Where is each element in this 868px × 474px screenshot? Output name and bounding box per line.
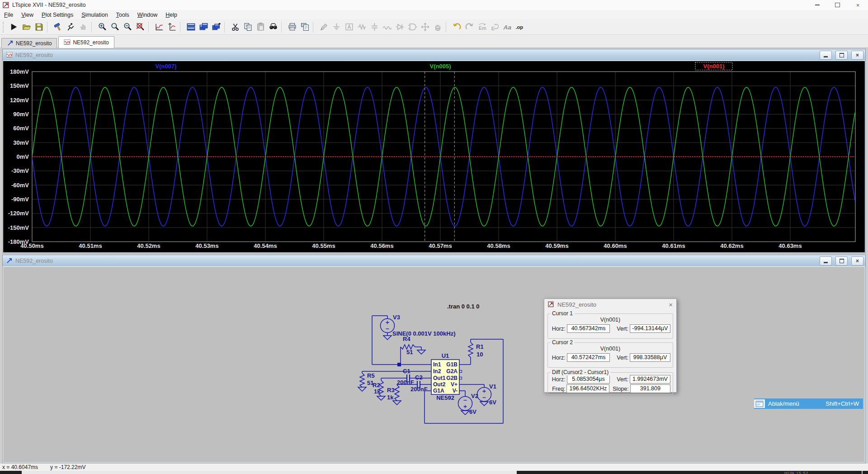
resistor-symbol[interactable] — [360, 373, 364, 387]
cascade-windows-button[interactable] — [197, 21, 210, 33]
zoom-full-button[interactable] — [134, 21, 146, 33]
ground-symbol[interactable] — [480, 402, 488, 406]
tab-schematic-file[interactable]: NE592_erosito — [1, 38, 57, 48]
text-button[interactable]: Aa — [501, 21, 514, 33]
tab-waveform-file[interactable]: NE592_erosito — [58, 36, 114, 48]
waveform-plot-area[interactable]: 40.50ms40.51ms40.52ms40.53ms40.54ms40.55… — [3, 61, 865, 252]
capacitor-button — [368, 21, 381, 33]
resistor-symbol[interactable] — [468, 342, 473, 357]
schematic-canvas[interactable]: In1In2Out1Out2G1AG1BG2AG2BV+V-.tran 0 0.… — [3, 267, 865, 462]
pin-terminal — [460, 377, 462, 379]
cursor1-horz-value[interactable]: 40.567342ms — [567, 324, 610, 333]
schematic-label[interactable]: .tran 0 0.1 0 — [447, 303, 480, 310]
plot-settings-button[interactable] — [165, 21, 178, 33]
waveform-window-restore-button[interactable] — [835, 51, 848, 60]
schematic-label[interactable]: V1 — [489, 383, 496, 390]
cursor-dialog-title-bar[interactable]: NE592_erosito × — [544, 299, 676, 310]
diff-vert-value[interactable]: 1.9924673mV — [630, 375, 670, 384]
open-button[interactable] — [20, 21, 33, 33]
menu-window[interactable]: Window — [133, 11, 161, 19]
trace-label-V(n005)[interactable]: V(n005) — [430, 63, 451, 70]
schematic-label[interactable]: R4 — [403, 336, 410, 342]
y-axis-tick-label: -30mV — [11, 167, 29, 174]
schematic-label[interactable]: 200nF — [410, 386, 428, 393]
ground-symbol[interactable] — [383, 336, 392, 340]
overlay-menu-item-window-menu[interactable]: Ablak/menü Shift+Ctrl+W — [754, 398, 863, 409]
diff-horz-value[interactable]: 5.0853054µs — [567, 375, 610, 384]
ground-symbol[interactable] — [417, 350, 425, 354]
autorange-button[interactable] — [153, 21, 165, 33]
schematic-canvas-svg[interactable]: In1In2Out1Out2G1AG1BG2AG2BV+V-.tran 0 0.… — [3, 267, 866, 463]
schematic-label[interactable]: C1 — [403, 368, 410, 374]
app-restore-button[interactable] — [827, 0, 848, 10]
schematic-label[interactable]: 6V — [489, 399, 496, 406]
schematic-label[interactable]: V3 — [393, 314, 400, 321]
schematic-label[interactable]: 1k — [387, 394, 394, 401]
save-button[interactable] — [33, 21, 45, 33]
ground-symbol[interactable] — [377, 396, 385, 400]
menu-simulation[interactable]: Simulation — [77, 11, 112, 19]
schematic-window-minimize-button[interactable] — [820, 256, 832, 265]
schematic-label[interactable]: 10 — [476, 351, 483, 358]
menu-tools[interactable]: Tools — [112, 11, 133, 19]
schematic-label[interactable]: 200nF — [397, 379, 414, 386]
schematic-label[interactable]: R5 — [367, 372, 375, 379]
copy-button[interactable] — [241, 21, 254, 33]
schematic-label[interactable]: R1 — [476, 343, 484, 350]
zoom-in-button[interactable] — [96, 21, 108, 33]
schematic-window-title-bar[interactable]: NE592_erosito × — [3, 255, 865, 266]
schematic-label[interactable]: C2 — [415, 374, 423, 381]
print-preview-button[interactable] — [298, 21, 311, 33]
waveform-window-minimize-button[interactable] — [820, 51, 832, 60]
diff-freq-value[interactable]: 196.64502KHz — [566, 384, 609, 393]
menu-plot-settings[interactable]: Plot Settings — [38, 11, 77, 19]
schematic-label[interactable]: SINE(0 0.001V 100kHz) — [392, 330, 455, 337]
control-panel-button[interactable] — [52, 21, 64, 33]
zoom-out-button[interactable] — [121, 21, 134, 33]
cursor-dialog[interactable]: NE592_erosito × Cursor 1 V(n001) Horz: 4… — [544, 299, 677, 393]
show-desktop-edge[interactable] — [862, 471, 863, 474]
find-button[interactable] — [267, 21, 279, 33]
cursor2-vert-value[interactable]: 998.33588µV — [630, 353, 670, 362]
cursor-dialog-close-icon[interactable]: × — [669, 301, 673, 308]
diff-slope-value[interactable]: 391.809 — [630, 384, 670, 393]
schematic-label[interactable]: 6V — [469, 408, 476, 415]
app-minimize-button[interactable] — [807, 0, 827, 10]
ground-symbol[interactable] — [358, 387, 366, 391]
schematic-label[interactable]: R2 — [373, 382, 380, 389]
taskbar-app-segment[interactable] — [22, 471, 517, 474]
waveform-window-title-bar[interactable]: NE592_erosito × — [3, 49, 865, 61]
schematic-label[interactable]: R3 — [387, 387, 395, 393]
trace-label-V(n007)[interactable]: V(n007) — [156, 63, 177, 70]
schematic-label[interactable]: 1k — [374, 388, 381, 395]
halt-button[interactable] — [64, 21, 77, 33]
schematic-label[interactable]: U1 — [442, 352, 449, 359]
run-button[interactable] — [7, 21, 20, 33]
menu-help[interactable]: Help — [161, 11, 181, 19]
print-button[interactable] — [286, 21, 298, 33]
spice-directive-button[interactable]: .op — [514, 21, 526, 33]
waveform-plot-svg[interactable]: 40.50ms40.51ms40.52ms40.53ms40.54ms40.55… — [3, 61, 866, 253]
resistor-symbol[interactable] — [395, 385, 399, 401]
cut-button[interactable] — [229, 21, 241, 33]
tile-windows-button[interactable] — [184, 21, 197, 33]
ground-symbol[interactable] — [393, 401, 401, 405]
cursor2-horz-value[interactable]: 40.572427ms — [567, 353, 610, 362]
schematic-label[interactable]: NE592 — [436, 394, 454, 401]
cursor1-vert-value[interactable]: -994.13144µV — [630, 324, 670, 333]
cascade-new-button[interactable] — [210, 21, 222, 33]
app-close-button[interactable]: × — [848, 0, 868, 10]
schematic-label[interactable]: 51 — [406, 349, 413, 356]
schematic-label[interactable]: V2 — [471, 393, 478, 399]
schematic-window-restore-button[interactable] — [835, 256, 848, 265]
waveform-window-close-button[interactable]: × — [851, 51, 863, 60]
undo-button[interactable] — [450, 21, 463, 33]
menu-file[interactable]: File — [0, 11, 17, 19]
ic-pin-label: V- — [453, 388, 458, 394]
trace-label-V(n001)[interactable]: V(n001) — [703, 63, 725, 70]
schematic-window-close-button[interactable]: × — [851, 256, 863, 265]
menu-view[interactable]: View — [17, 11, 38, 19]
zoom-area-button[interactable] — [108, 21, 121, 33]
ground-symbol[interactable] — [461, 411, 469, 415]
windows-taskbar-strip[interactable]: HUN 15:52 — [0, 471, 868, 474]
